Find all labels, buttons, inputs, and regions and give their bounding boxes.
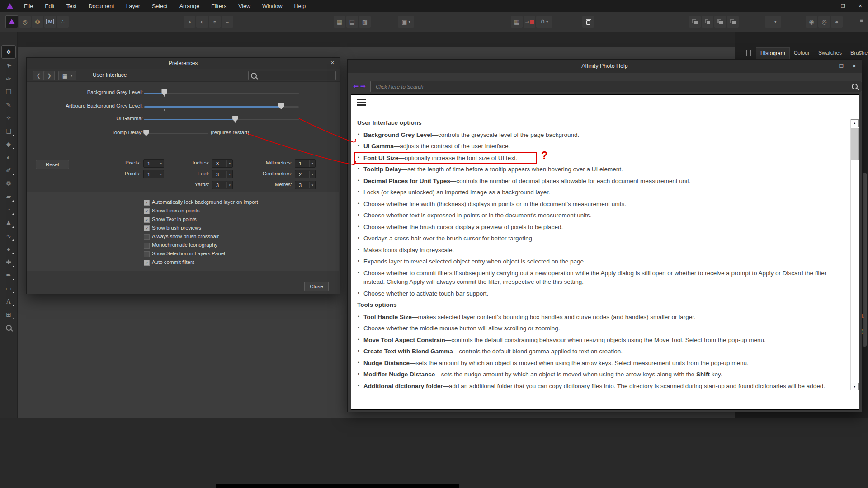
prefs-back-button[interactable]: ❮ xyxy=(33,71,44,80)
clone-stamp-tool[interactable]: ♟ xyxy=(2,216,15,229)
help-titlebar[interactable]: Affinity Photo Help –❐✕ xyxy=(348,60,862,73)
hamburger-menu-icon[interactable] xyxy=(357,99,366,106)
checkbox-show-selection-in-layers-panel[interactable] xyxy=(144,251,150,257)
slider-track-1[interactable] xyxy=(144,93,299,94)
paint-brush-tool[interactable]: ✐ xyxy=(2,164,15,177)
checkbox-show-brush-previews[interactable]: ✓ xyxy=(144,225,150,231)
scroll-thumb[interactable] xyxy=(851,128,859,160)
slider-track-4[interactable] xyxy=(144,133,208,134)
move-to-back[interactable] xyxy=(727,16,739,28)
maximize-button[interactable]: ❐ xyxy=(840,3,846,9)
crop-tool[interactable]: ❑ xyxy=(2,85,15,98)
tab-colour[interactable]: Colour xyxy=(790,47,814,59)
close-button[interactable]: Close xyxy=(304,282,329,291)
maximize-button[interactable]: ❐ xyxy=(839,63,844,69)
menu-view[interactable]: View xyxy=(232,0,256,12)
rectangle-tool[interactable]: ▭ xyxy=(2,282,15,295)
slider-thumb[interactable] xyxy=(161,89,167,96)
unit-select-inches[interactable]: 3▾ xyxy=(212,159,233,168)
tab-brushes[interactable]: Brushes xyxy=(846,47,868,59)
auto-contrast[interactable]: ◐ xyxy=(196,16,208,28)
prefs-search-box[interactable] xyxy=(248,71,336,80)
slider-thumb[interactable] xyxy=(143,130,149,136)
checkbox-show-lines-in-points[interactable]: ✓ xyxy=(144,208,150,214)
auto-white-balance[interactable]: ◒ xyxy=(222,16,233,28)
inpainting-brush-tool[interactable]: ✎ xyxy=(2,99,15,111)
snapping-toggle[interactable]: ➔ xyxy=(524,16,535,28)
preferences-close-icon[interactable]: ✕ xyxy=(330,60,335,66)
develop-persona[interactable]: ❂ xyxy=(32,16,43,28)
insert-on-top[interactable]: ● xyxy=(831,16,843,28)
move-tool[interactable]: ➤ xyxy=(2,59,15,72)
colour-picker-tool[interactable]: ✑ xyxy=(2,72,15,85)
checkbox-always-show-brush-crosshair[interactable] xyxy=(144,234,150,240)
panel-menu-icon[interactable]: ≡ xyxy=(859,49,862,56)
eraser-tool[interactable]: ▰ xyxy=(2,190,15,203)
help-search-box[interactable] xyxy=(370,81,862,92)
menu-filters[interactable]: Filters xyxy=(205,0,232,12)
prefs-sections-button[interactable]: ▦▾ xyxy=(58,71,76,80)
selection-mode-new[interactable]: ▦ xyxy=(334,16,345,28)
selection-mode-refine[interactable]: ▩ xyxy=(359,16,371,28)
menu-select[interactable]: Select xyxy=(146,0,174,12)
menu-help[interactable]: Help xyxy=(288,0,312,12)
slider-thumb[interactable] xyxy=(278,103,284,109)
marquee-selection-tool[interactable]: ❏ xyxy=(2,125,15,137)
close-button[interactable]: ✕ xyxy=(857,3,863,9)
snapping-options[interactable]: ∪▾ xyxy=(536,16,552,28)
tone-mapping-persona[interactable]: M xyxy=(44,16,56,28)
text-tool[interactable]: A xyxy=(2,295,15,308)
minimize-button[interactable]: – xyxy=(828,64,830,69)
pen-tool[interactable]: ✒ xyxy=(2,269,15,282)
export-persona[interactable]: ⁘ xyxy=(57,16,69,28)
unit-select-centimetres[interactable]: 2▾ xyxy=(295,170,316,178)
blur-tool[interactable]: ● xyxy=(2,243,15,255)
close-button[interactable]: ✕ xyxy=(852,63,856,69)
selection-brush-tool[interactable]: ✧ xyxy=(2,112,15,124)
dock-scrollbar[interactable] xyxy=(863,173,867,347)
preferences-titlebar[interactable]: Preferences ✕ xyxy=(27,58,340,70)
checkbox-automatically-lock-background-layer-on-import[interactable]: ✓ xyxy=(144,200,150,206)
move-backward[interactable] xyxy=(714,16,726,28)
unit-select-millimetres[interactable]: 1▾ xyxy=(295,159,316,168)
toolbar-menu-icon[interactable]: ≡ xyxy=(860,17,863,24)
menu-text[interactable]: Text xyxy=(61,0,83,12)
zoom-tool[interactable] xyxy=(2,321,15,334)
auto-colour[interactable]: ◓ xyxy=(209,16,221,28)
move-forward[interactable] xyxy=(702,16,713,28)
back-arrow-icon[interactable]: ➡ xyxy=(353,82,359,90)
colour-replacement-brush-tool[interactable]: ❁ xyxy=(2,177,15,190)
prefs-forward-button[interactable]: ❯ xyxy=(44,71,55,80)
selection-mode-add[interactable]: ▤ xyxy=(346,16,358,28)
prefs-search-input[interactable] xyxy=(259,72,333,79)
minimize-button[interactable]: – xyxy=(823,4,829,9)
slider-track-2[interactable] xyxy=(144,106,299,108)
mesh-warp-tool[interactable]: ⊞ xyxy=(2,308,15,321)
move-to-front[interactable] xyxy=(689,16,701,28)
unit-select-feet[interactable]: 3▾ xyxy=(212,170,233,178)
healing-brush-tool[interactable]: ✚ xyxy=(2,256,15,268)
smudge-tool[interactable]: ∿ xyxy=(2,230,15,242)
unit-select-metres[interactable]: 3▾ xyxy=(295,181,316,189)
view-tool[interactable]: ✥ xyxy=(1,45,16,59)
insert-inside[interactable]: ◎ xyxy=(818,16,830,28)
dock-collapse-icon[interactable] xyxy=(746,50,751,56)
delete-selection[interactable] xyxy=(582,16,594,28)
show-grid[interactable]: ▦ xyxy=(511,16,523,28)
checkbox-monochromatic-iconography[interactable] xyxy=(144,243,150,249)
menu-document[interactable]: Document xyxy=(83,0,120,12)
insert-behind[interactable]: ◉ xyxy=(806,16,817,28)
tab-histogram[interactable]: Histogram xyxy=(756,47,790,59)
menu-file[interactable]: File xyxy=(18,0,39,12)
slider-thumb[interactable] xyxy=(232,116,238,122)
forward-arrow-icon[interactable]: ➡ xyxy=(360,82,366,90)
assistant-options[interactable]: ▣▾ xyxy=(398,16,414,28)
scroll-track[interactable] xyxy=(851,127,859,383)
checkbox-show-text-in-points[interactable]: ✓ xyxy=(144,217,150,223)
dodge-brush-tool[interactable]: ◔ xyxy=(2,203,15,216)
scroll-down-button[interactable]: ▼ xyxy=(851,383,859,390)
checkbox-auto-commit-filters[interactable]: ✓ xyxy=(144,260,150,266)
auto-levels[interactable]: ◑ xyxy=(184,16,195,28)
flood-fill-tool[interactable]: ◆ xyxy=(2,138,15,150)
alignment-options[interactable]: ≡▾ xyxy=(765,16,781,28)
